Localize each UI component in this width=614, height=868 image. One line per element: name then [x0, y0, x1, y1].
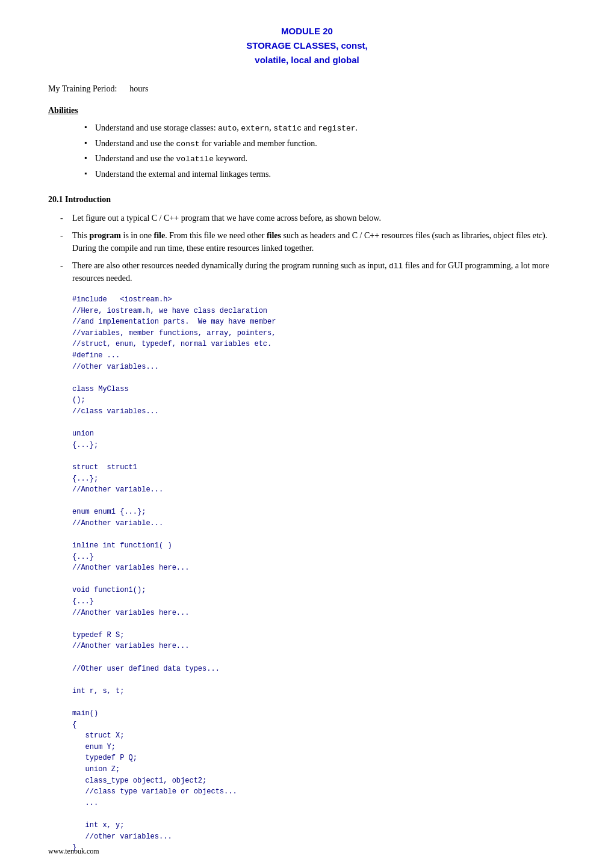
code-block: #include <iostream.h> //Here, iostream.h…: [72, 294, 566, 854]
training-period: My Training Period: hours: [48, 84, 566, 94]
ability-item-3: Understand and use the volatile keyword.: [84, 152, 566, 165]
intro-item-2: This program is in one file. From this f…: [60, 229, 566, 254]
footer-url: www.tenouk.com: [48, 847, 99, 856]
intro-heading: 20.1 Introduction: [48, 195, 566, 205]
ability-item-4: Understand the external and internal lin…: [84, 168, 566, 180]
intro-item-3: There are also other resources needed dy…: [60, 259, 566, 285]
abilities-heading: Abilities: [48, 106, 566, 115]
module-title: MODULE 20 STORAGE CLASSES, const, volati…: [48, 24, 566, 67]
intro-item-1: Let figure out a typical C / C++ program…: [60, 212, 566, 224]
ability-item-1: Understand and use storage classes: auto…: [84, 122, 566, 135]
training-label: My Training Period:: [48, 84, 117, 93]
header-line1: MODULE 20: [281, 26, 333, 36]
page-header: MODULE 20 STORAGE CLASSES, const, volati…: [48, 24, 566, 67]
abilities-list: Understand and use storage classes: auto…: [48, 122, 566, 180]
intro-list: Let figure out a typical C / C++ program…: [48, 212, 566, 285]
training-value: hours: [129, 84, 148, 93]
ability-item-2: Understand and use the const for variabl…: [84, 137, 566, 150]
header-line3: volatile, local and global: [255, 55, 359, 65]
header-line2: STORAGE CLASSES, const,: [246, 40, 367, 51]
